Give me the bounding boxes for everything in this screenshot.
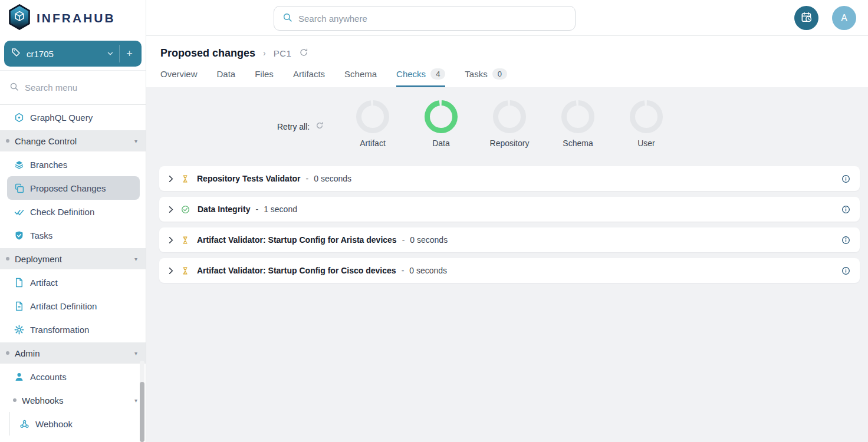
- separator-dash: -: [402, 266, 405, 275]
- branch-selector[interactable]: cr1705 +: [4, 41, 142, 67]
- sidebar-item-label: Branches: [30, 160, 67, 170]
- sidebar-item-accounts[interactable]: Accounts: [7, 365, 140, 388]
- sidebar-item-graphql-query[interactable]: GraphQL Query: [7, 105, 140, 129]
- tab-overview[interactable]: Overview: [160, 68, 198, 87]
- sidebar-item-tasks[interactable]: Tasks: [7, 223, 140, 247]
- page-title: Proposed changes: [160, 47, 255, 60]
- expand-chevron-right-icon[interactable]: [166, 174, 175, 183]
- copy-icon: [14, 183, 24, 193]
- section-bullet-icon: [6, 351, 9, 355]
- sidebar-scrollbar-thumb[interactable]: [140, 382, 144, 442]
- retry-all-label: Retry all:: [277, 122, 310, 131]
- expand-chevron-right-icon[interactable]: [166, 236, 175, 245]
- section-bullet-icon: [6, 257, 9, 260]
- info-icon[interactable]: [841, 236, 850, 245]
- tasks-count-badge: 0: [492, 68, 507, 80]
- retry-all-button[interactable]: [315, 121, 324, 131]
- ring-label: Schema: [563, 138, 593, 148]
- global-search[interactable]: [274, 6, 576, 31]
- expand-chevron-right-icon[interactable]: [166, 266, 175, 275]
- sidebar-item-artifact[interactable]: Artifact: [7, 271, 140, 294]
- tab-schema[interactable]: Schema: [344, 68, 377, 87]
- validator-title: Artifact Validator: Startup Config for A…: [197, 235, 397, 245]
- tab-files[interactable]: Files: [255, 68, 274, 87]
- add-branch-button[interactable]: +: [119, 45, 139, 62]
- separator-dash: -: [402, 235, 405, 245]
- tab-tasks[interactable]: Tasks 0: [465, 68, 507, 87]
- section-collapse-icon[interactable]: ▾: [134, 138, 137, 144]
- breadcrumb-item[interactable]: PC1: [274, 48, 292, 58]
- progress-ring-icon: [493, 100, 526, 133]
- expand-chevron-right-icon[interactable]: [166, 205, 175, 214]
- validator-row[interactable]: Artifact Validator: Startup Config for C…: [159, 258, 860, 283]
- section-collapse-icon[interactable]: ▾: [134, 397, 137, 404]
- page-header: Proposed changes › PC1 Overview Data Fil…: [146, 36, 868, 87]
- validator-title: Data Integrity: [198, 204, 250, 214]
- document-icon: [14, 278, 24, 288]
- tab-bar: Overview Data Files Artifacts Schema Che…: [160, 68, 868, 87]
- checks-count-badge: 4: [430, 68, 445, 80]
- sidebar-item-proposed-changes[interactable]: Proposed Changes: [7, 176, 140, 200]
- ring-data[interactable]: Data: [407, 100, 475, 148]
- search-icon: [282, 12, 292, 25]
- checks-panel: Retry all: Artifact Data: [146, 87, 868, 442]
- ring-repository[interactable]: Repository: [475, 100, 544, 148]
- info-icon[interactable]: [841, 174, 850, 183]
- sidebar-section-admin[interactable]: Admin ▾: [0, 342, 146, 364]
- document-lines-icon: [14, 301, 24, 311]
- sidebar-search[interactable]: [0, 70, 146, 105]
- sidebar-menu: GraphQL Query Change Control ▾ Branches …: [0, 105, 146, 442]
- sidebar-search-input[interactable]: [25, 83, 125, 93]
- graphql-icon: [14, 113, 24, 123]
- info-icon[interactable]: [841, 205, 850, 214]
- ring-label: Artifact: [360, 138, 386, 148]
- tab-data[interactable]: Data: [217, 68, 236, 87]
- validator-row[interactable]: Repository Tests Validator - 0 seconds: [159, 166, 860, 191]
- sidebar-subsection-webhooks[interactable]: Webhooks ▾: [0, 390, 146, 411]
- search-icon: [9, 82, 19, 94]
- sidebar-item-transformation[interactable]: Transformation: [7, 318, 140, 341]
- section-collapse-icon[interactable]: ▾: [134, 350, 137, 357]
- topbar: A: [146, 0, 868, 36]
- sidebar-item-label: Tasks: [30, 230, 52, 240]
- info-icon[interactable]: [841, 266, 850, 275]
- ring-artifact[interactable]: Artifact: [338, 100, 407, 148]
- sidebar-section-deployment[interactable]: Deployment ▾: [0, 248, 146, 269]
- sidebar-item-artifact-definition[interactable]: Artifact Definition: [7, 294, 140, 318]
- ring-schema[interactable]: Schema: [544, 100, 612, 148]
- sidebar-section-change-control[interactable]: Change Control ▾: [0, 130, 146, 151]
- validator-row[interactable]: Data Integrity - 1 second: [159, 197, 860, 222]
- sidebar-item-branches[interactable]: Branches: [7, 153, 140, 176]
- time-travel-button[interactable]: [794, 6, 818, 30]
- validator-duration: 0 seconds: [409, 266, 447, 275]
- global-search-input[interactable]: [298, 14, 567, 24]
- hourglass-pending-icon: [181, 236, 189, 245]
- main-area: A Proposed changes › PC1 Overview Data F…: [146, 0, 868, 442]
- hourglass-pending-icon: [181, 266, 189, 275]
- validator-row[interactable]: Artifact Validator: Startup Config for A…: [159, 227, 860, 252]
- section-label: Change Control: [15, 136, 77, 146]
- infrahub-hexagon-icon: [8, 4, 31, 32]
- progress-ring-icon: [561, 100, 594, 133]
- section-collapse-icon[interactable]: ▾: [134, 256, 137, 262]
- refresh-button[interactable]: [299, 48, 308, 59]
- progress-ring-icon: [630, 100, 663, 133]
- progress-ring-icon: [356, 100, 389, 133]
- branch-tag-icon: [11, 48, 21, 60]
- sidebar-item-webhook[interactable]: Webhook: [9, 412, 146, 436]
- avatar[interactable]: A: [832, 6, 856, 30]
- refresh-icon: [315, 121, 324, 131]
- shield-check-icon: [14, 230, 24, 240]
- validator-duration: 0 seconds: [314, 174, 351, 183]
- brand-logo[interactable]: INFRAHUB: [0, 0, 146, 36]
- tab-artifacts[interactable]: Artifacts: [293, 68, 325, 87]
- branch-chevron-down-icon[interactable]: [101, 45, 119, 62]
- sidebar-item-label: Webhook: [35, 419, 73, 429]
- ring-user[interactable]: User: [612, 100, 680, 148]
- sidebar-item-label: Artifact Definition: [30, 301, 97, 311]
- sidebar-item-label: Proposed Changes: [30, 183, 106, 193]
- section-bullet-icon: [6, 139, 9, 143]
- sidebar-item-check-definition[interactable]: Check Definition: [7, 200, 140, 223]
- tab-checks[interactable]: Checks 4: [396, 68, 445, 87]
- validator-title: Repository Tests Validator: [197, 174, 301, 183]
